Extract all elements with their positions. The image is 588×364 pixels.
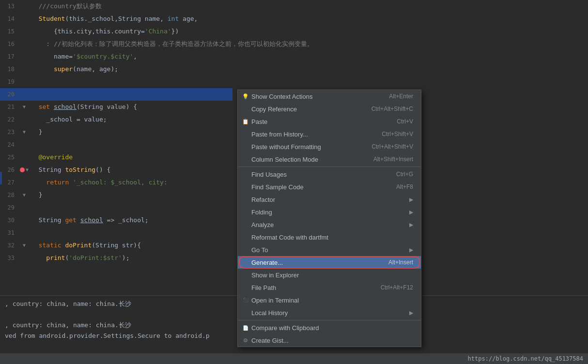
menu-label-refactor: Refactor (251, 196, 406, 203)
line-num-29: 29 (0, 201, 19, 214)
line-content-17: name='$country.$city', (29, 50, 232, 63)
menu-generate[interactable]: Generate... Alt+Insert (238, 256, 421, 269)
fold-icon-23[interactable]: ▼ (23, 126, 26, 138)
gutter-26: ▼ (19, 164, 29, 176)
menu-label-show-explorer: Show in Explorer (251, 272, 413, 279)
status-url: https://blog.csdn.net/qq_45137584 (468, 355, 583, 362)
menu-label-find-usages: Find Usages (251, 171, 387, 178)
line-num-30: 30 (0, 214, 19, 227)
menu-label-show-context-actions: Show Context Actions (251, 93, 379, 100)
line-content-15: {this.city,this.country='China'}) (29, 25, 232, 38)
line-num-32: 32 (0, 239, 19, 252)
line-num-31: 31 (0, 227, 19, 239)
line-content-28: } (29, 189, 232, 201)
menu-label-local-history: Local History (251, 309, 406, 317)
menu-show-context-actions[interactable]: Show Context Actions Alt+Enter (238, 90, 421, 103)
code-line-20: 20 (0, 88, 232, 101)
line-num-25: 25 (0, 151, 19, 164)
code-line-31: 31 (0, 227, 232, 239)
line-content-26: String toString() { (29, 164, 232, 176)
menu-shortcut-find-sample: Alt+F8 (396, 183, 413, 190)
menu-paste[interactable]: Paste Ctrl+V (238, 115, 421, 128)
menu-label-create-gist: Create Gist... (251, 337, 413, 344)
line-num-24: 24 (0, 138, 19, 151)
code-line-30: 30 String get school => _school; (0, 214, 232, 227)
line-num-13: 13 (0, 0, 19, 13)
line-num-28: 28 (0, 189, 19, 201)
gist-icon (242, 336, 249, 344)
menu-analyze[interactable]: Analyze ▶ (238, 218, 421, 231)
line-content-21: set school(String value) { (29, 101, 232, 113)
line-content-13: ///country默认参数 (29, 0, 232, 13)
menu-refactor[interactable]: Refactor ▶ (238, 193, 421, 206)
goto-arrow: ▶ (409, 247, 413, 253)
line-content-14: Student(this._school,String name, int ag… (29, 13, 232, 25)
menu-copy-reference[interactable]: Copy Reference Ctrl+Alt+Shift+C (238, 103, 421, 115)
context-menu: Show Context Actions Alt+Enter Copy Refe… (237, 90, 421, 347)
menu-file-path[interactable]: File Path Ctrl+Alt+F12 (238, 281, 421, 294)
code-line-25: 25 @override (0, 151, 232, 164)
line-num-20: 20 (0, 88, 19, 101)
menu-open-terminal[interactable]: Open in Terminal (238, 294, 421, 306)
menu-folding[interactable]: Folding ▶ (238, 206, 421, 218)
line-content-25: @override (29, 151, 232, 164)
menu-column-selection[interactable]: Column Selection Mode Alt+Shift+Insert (238, 153, 421, 166)
menu-show-explorer[interactable]: Show in Explorer (238, 269, 421, 281)
menu-shortcut-copy-reference: Ctrl+Alt+Shift+C (371, 106, 413, 112)
line-num-14: 14 (0, 13, 19, 25)
fold-icon-28[interactable]: ▼ (23, 189, 26, 201)
code-line-32: 32 ▼ static doPrint(String str){ (0, 239, 232, 252)
code-editor: 13 ///country默认参数 14 Student(this._schoo… (0, 0, 588, 364)
line-num-15: 15 (0, 25, 19, 38)
line-num-16: 16 (0, 38, 19, 50)
menu-label-folding: Folding (251, 209, 406, 216)
separator-1 (238, 167, 421, 167)
line-content-16: : //初始化列表：除了调用父类构造器，在子类构造器方法体之前，你也可以初始化实… (29, 38, 313, 50)
menu-label-paste: Paste (251, 118, 387, 125)
line-num-22: 22 (0, 113, 19, 126)
menu-label-paste-no-format: Paste without Formatting (251, 143, 362, 151)
menu-label-goto: Go To (251, 246, 406, 254)
line-content-23: } (29, 126, 232, 138)
menu-shortcut-paste: Ctrl+V (397, 118, 413, 125)
code-line-19: 19 (0, 76, 232, 88)
status-bar: https://blog.csdn.net/qq_45137584 (0, 353, 588, 364)
menu-label-open-terminal: Open in Terminal (251, 297, 413, 304)
menu-label-paste-history: Paste from History... (251, 131, 372, 138)
code-line-29: 29 (0, 201, 232, 214)
menu-find-sample[interactable]: Find Sample Code Alt+F8 (238, 181, 421, 193)
menu-paste-no-format[interactable]: Paste without Formatting Ctrl+Alt+Shift+… (238, 140, 421, 153)
menu-label-reformat: Reformat Code with dartfmt (251, 234, 413, 241)
menu-shortcut-file-path: Ctrl+Alt+F12 (381, 284, 413, 291)
fold-icon-26[interactable]: ▼ (26, 164, 29, 176)
fold-icon-32[interactable]: ▼ (23, 239, 26, 252)
line-content-30: String get school => _school; (29, 214, 232, 227)
menu-label-file-path: File Path (251, 284, 371, 291)
code-line-18: 18 super(name, age); (0, 63, 232, 76)
menu-compare-clipboard[interactable]: Compare with Clipboard (238, 321, 421, 334)
menu-paste-history[interactable]: Paste from History... Ctrl+Shift+V (238, 128, 421, 140)
line-num-21: 21 (0, 101, 19, 113)
menu-label-copy-reference: Copy Reference (251, 106, 362, 113)
code-line-16: 16 : //初始化列表：除了调用父类构造器，在子类构造器方法体之前，你也可以初… (0, 38, 232, 50)
paste-icon (242, 118, 249, 125)
menu-goto[interactable]: Go To ▶ (238, 243, 421, 256)
menu-find-usages[interactable]: Find Usages Ctrl+G (238, 168, 421, 181)
menu-label-compare-clipboard: Compare with Clipboard (251, 324, 413, 332)
menu-shortcut-generate: Alt+Insert (388, 259, 413, 266)
line-num-27: 27 (0, 176, 19, 189)
fold-icon-21[interactable]: ▼ (23, 101, 26, 113)
menu-label-column-selection: Column Selection Mode (251, 156, 364, 163)
menu-local-history[interactable]: Local History ▶ (238, 306, 421, 319)
code-line-21: 21 ▼ set school(String value) { (0, 101, 232, 113)
gutter-21: ▼ (19, 101, 29, 113)
code-line-14: 14 Student(this._school,String name, int… (0, 13, 232, 25)
menu-reformat[interactable]: Reformat Code with dartfmt (238, 231, 421, 243)
line-content-27: return '_school: $_school, city: (29, 176, 232, 189)
code-line-22: 22 _school = value; (0, 113, 232, 126)
gutter-32: ▼ (19, 239, 29, 252)
menu-shortcut-show-context-actions: Alt+Enter (389, 93, 413, 100)
separator-2 (238, 320, 421, 320)
menu-label-generate: Generate... (251, 259, 379, 266)
menu-create-gist[interactable]: Create Gist... (238, 334, 421, 347)
